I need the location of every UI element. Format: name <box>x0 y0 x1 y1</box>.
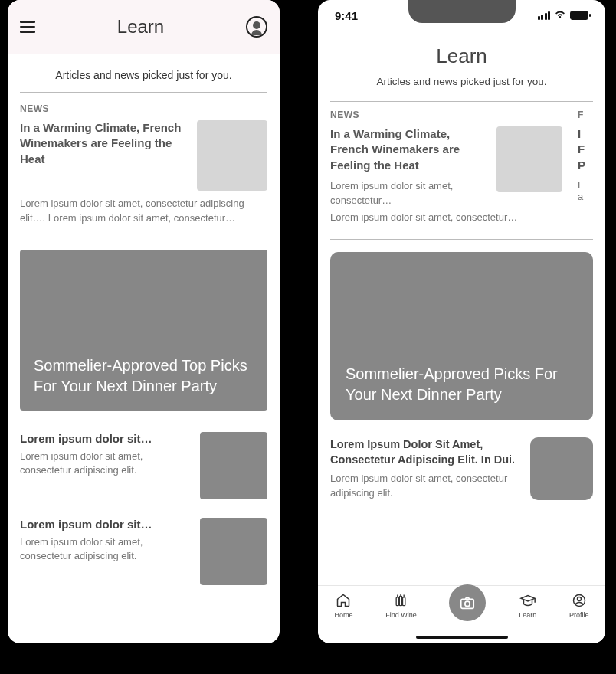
news-title: In a Warming Climate, French Winemakers … <box>330 126 487 173</box>
news-article[interactable]: In a Warming Climate, French Winemakers … <box>8 120 280 237</box>
wifi-icon <box>554 9 566 21</box>
camera-icon <box>459 594 476 611</box>
camera-button[interactable] <box>449 584 486 621</box>
list-item[interactable]: Lorem ipsum dolor sit… Lorem ipsum dolor… <box>8 423 280 509</box>
list-item-desc: Lorem ipsum dolor sit amet, consectetur … <box>330 472 519 499</box>
page-title: Learn <box>117 16 164 38</box>
hamburger-icon[interactable] <box>20 21 35 33</box>
section-label-peek: F <box>578 105 605 126</box>
tab-label: Profile <box>569 611 589 619</box>
list-item-desc: Lorem ipsum dolor sit amet, consectetur … <box>20 535 191 563</box>
phone-mockup-right: 9:41 Learn Articles and news picked just… <box>318 0 605 643</box>
list-item-title: Lorem Ipsum Dolor Sit Amet, Consectetur … <box>330 437 519 467</box>
list-thumbnail <box>200 432 267 499</box>
status-time: 9:41 <box>335 9 358 22</box>
news-title-peek: I F P <box>578 126 605 173</box>
list-item-title: Lorem ipsum dolor sit… <box>20 432 191 445</box>
hero-title: Sommelier-Approved Top Picks For Your Ne… <box>34 355 254 397</box>
phone-mockup-left: Learn Articles and news picked just for … <box>8 0 280 643</box>
topbar: Learn <box>8 0 280 54</box>
bottles-icon <box>393 592 408 609</box>
page-title: Learn <box>318 44 605 68</box>
divider <box>330 101 593 102</box>
home-icon <box>336 592 351 609</box>
news-thumbnail <box>496 126 562 192</box>
graduation-cap-icon <box>519 592 536 609</box>
home-indicator[interactable] <box>416 636 508 639</box>
profile-icon[interactable] <box>246 16 267 38</box>
list-item-title: Lorem ipsum dolor sit… <box>20 518 191 531</box>
svg-rect-2 <box>403 597 405 606</box>
hero-card[interactable]: Sommelier-Approved Top Picks For Your Ne… <box>20 250 267 411</box>
svg-rect-6 <box>461 599 474 608</box>
tab-learn[interactable]: Learn <box>519 592 536 619</box>
news-title: In a Warming Climate, French Winemakers … <box>20 120 188 167</box>
section-label-news: NEWS <box>330 105 562 126</box>
news-desc: Lorem ipsum dolor sit amet, consectetur … <box>20 197 267 226</box>
svg-rect-1 <box>400 596 402 606</box>
svg-rect-0 <box>397 597 399 606</box>
list-item[interactable]: Lorem Ipsum Dolor Sit Amet, Consectetur … <box>318 431 605 500</box>
news-thumbnail <box>197 120 267 191</box>
news-desc-peek: L a <box>578 179 605 202</box>
list-item-desc: Lorem ipsum dolor sit amet, consectetur … <box>20 450 191 477</box>
list-item[interactable]: Lorem ipsum dolor sit… Lorem ipsum dolor… <box>8 509 280 594</box>
tab-label: Learn <box>519 611 536 619</box>
section-label-news: NEWS <box>8 93 280 120</box>
news-desc: Lorem ipsum dolor sit amet, consectetur… <box>330 179 487 208</box>
list-thumbnail <box>200 518 267 585</box>
hero-title: Sommelier-Approved Picks For Your Next D… <box>346 364 578 405</box>
list-thumbnail <box>530 437 593 500</box>
profile-icon <box>572 592 587 609</box>
phone-notch <box>408 0 516 23</box>
subtitle: Articles and news picked just for you. <box>8 54 280 92</box>
divider <box>330 239 593 240</box>
svg-point-7 <box>465 601 470 606</box>
news-carousel[interactable]: NEWS In a Warming Climate, French Winema… <box>318 105 605 236</box>
news-article[interactable]: NEWS In a Warming Climate, French Winema… <box>318 105 575 236</box>
news-desc-line2: Lorem ipsum dolor sit amet, consectetur… <box>330 211 562 225</box>
tab-bar: Home Find Wine Learn Profile <box>318 585 605 643</box>
cellular-icon <box>538 11 551 20</box>
tab-label: Find Wine <box>385 611 417 619</box>
battery-icon <box>570 11 588 20</box>
tab-label: Home <box>334 611 352 619</box>
tab-profile[interactable]: Profile <box>569 592 589 619</box>
tab-home[interactable]: Home <box>334 592 352 619</box>
news-article-peek[interactable]: F I F P L a <box>575 105 605 236</box>
divider <box>20 237 267 237</box>
subtitle: Articles and news picked just for you. <box>318 76 605 87</box>
svg-point-10 <box>577 597 581 600</box>
hero-card[interactable]: Sommelier-Approved Picks For Your Next D… <box>330 252 593 420</box>
tab-find-wine[interactable]: Find Wine <box>385 592 417 619</box>
